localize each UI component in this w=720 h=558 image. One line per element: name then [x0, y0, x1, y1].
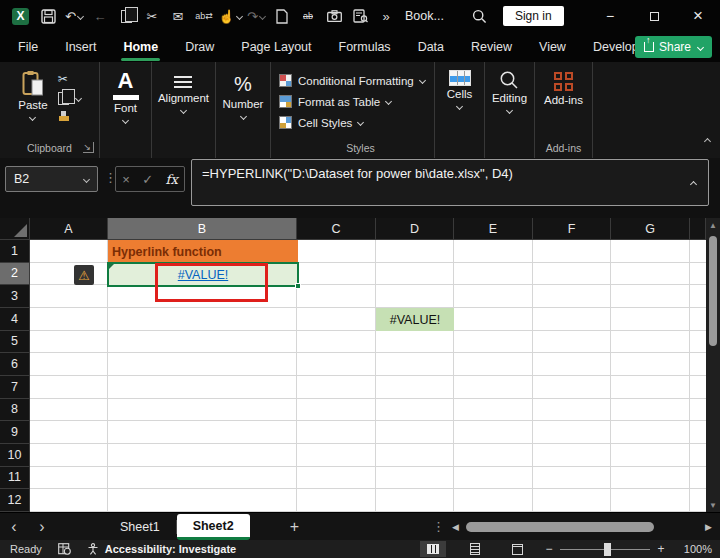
menu-tab-review[interactable]: Review [469, 35, 514, 59]
font-button[interactable]: A Font [113, 70, 139, 123]
cell-D4[interactable]: #VALUE! [376, 308, 454, 331]
row-header-6[interactable]: 6 [0, 353, 30, 376]
camera-icon[interactable] [321, 3, 347, 29]
format-painter-button[interactable] [58, 111, 70, 123]
copy-button[interactable] [58, 92, 81, 105]
insert-function-icon[interactable]: fx [166, 172, 178, 187]
strikethrough-icon[interactable]: ab [295, 3, 321, 29]
row-header-10[interactable]: 10 [0, 444, 30, 467]
name-box[interactable]: B2 [5, 166, 98, 192]
collapse-ribbon-icon[interactable] [703, 132, 710, 150]
scroll-down-icon[interactable]: ▼ [709, 498, 717, 512]
column-header-E[interactable]: E [454, 218, 533, 240]
save-icon[interactable] [35, 3, 61, 29]
zoom-in-icon[interactable]: + [652, 542, 670, 556]
find-replace-icon[interactable]: ab⇄ [191, 3, 217, 29]
format-as-table-button[interactable]: Format as Table [279, 91, 391, 112]
zoom-slider-thumb[interactable] [604, 543, 611, 556]
column-header-G[interactable]: G [611, 218, 690, 240]
conditional-formatting-button[interactable]: Conditional Formatting [279, 70, 425, 91]
accessibility-icon[interactable] [87, 543, 99, 555]
excel-logo-icon[interactable]: X [12, 8, 29, 25]
error-warning-icon[interactable]: ⚠ [74, 265, 94, 285]
menu-tab-data[interactable]: Data [416, 35, 446, 59]
column-header-A[interactable]: A [30, 218, 108, 240]
row-header-11[interactable]: 11 [0, 467, 30, 490]
cell-styles-button[interactable]: Cell Styles [279, 112, 363, 133]
minimize-button[interactable]: − [588, 0, 632, 32]
email-icon[interactable]: ✉ [165, 3, 191, 29]
menu-tab-home[interactable]: Home [121, 35, 160, 59]
menu-tab-file[interactable]: File [16, 35, 40, 59]
paste-button[interactable]: Paste [18, 70, 47, 123]
horizontal-scroll-thumb[interactable] [466, 522, 654, 532]
maximize-button[interactable] [632, 0, 676, 32]
column-header-C[interactable]: C [297, 218, 376, 240]
scroll-left-icon[interactable]: ◀ [452, 522, 466, 532]
editing-button[interactable]: Editing [492, 70, 527, 113]
row-header-12[interactable]: 12 [0, 489, 30, 512]
row-header-7[interactable]: 7 [0, 376, 30, 399]
addins-button[interactable]: Add-ins [544, 70, 583, 106]
column-header-B[interactable]: B [108, 218, 297, 240]
macro-record-icon[interactable] [58, 543, 71, 555]
prev-sheet-icon[interactable]: ‹ [0, 518, 28, 536]
zoom-slider[interactable] [560, 549, 650, 550]
row-header-1[interactable]: 1 [0, 240, 30, 263]
menu-tab-formulas[interactable]: Formulas [337, 35, 393, 59]
horizontal-scrollbar[interactable]: ◀ ▶ [452, 519, 712, 535]
zoom-level[interactable]: 100% [674, 543, 712, 555]
expand-formula-bar-icon[interactable] [689, 176, 696, 191]
new-sheet-icon[interactable]: + [290, 518, 299, 536]
normal-view-icon[interactable] [420, 541, 446, 557]
sign-in-button[interactable]: Sign in [503, 6, 564, 26]
row-header-5[interactable]: 5 [0, 331, 30, 354]
cells-button[interactable]: Cells [447, 70, 473, 109]
undo-icon[interactable]: ↶ [61, 3, 87, 29]
vertical-scroll-thumb[interactable] [709, 236, 717, 346]
lookup-book-icon[interactable] [347, 3, 373, 29]
menu-tab-insert[interactable]: Insert [63, 35, 98, 59]
close-button[interactable]: × [676, 0, 720, 32]
menu-tab-draw[interactable]: Draw [183, 35, 216, 59]
touch-mode-icon[interactable]: ☝ [217, 3, 243, 29]
cut-button[interactable]: ✂ [58, 72, 68, 86]
alignment-button[interactable]: Alignment [158, 70, 209, 113]
cell-B1[interactable]: Hyperlink function [108, 240, 298, 263]
search-icon[interactable] [472, 9, 487, 24]
sheet-options-icon[interactable]: ⋮ [432, 519, 445, 534]
format-painter-icon [58, 111, 70, 123]
row-header-4[interactable]: 4 [0, 308, 30, 331]
more-commands-icon[interactable]: » [373, 3, 399, 29]
cancel-icon[interactable]: × [122, 172, 130, 187]
share-button[interactable]: Share [635, 36, 712, 58]
enter-icon[interactable]: ✓ [142, 172, 153, 187]
page-layout-view-icon[interactable] [462, 541, 488, 557]
scroll-right-icon[interactable]: ▶ [698, 522, 712, 532]
formula-input[interactable]: =HYPERLINK("D:\Dataset for power bi\date… [191, 159, 709, 206]
row-header-3[interactable]: 3 [0, 285, 30, 308]
scroll-up-icon[interactable]: ▲ [709, 218, 717, 232]
copy-icon[interactable] [113, 3, 139, 29]
menu-tab-page-layout[interactable]: Page Layout [239, 35, 313, 59]
column-header-F[interactable]: F [533, 218, 611, 240]
next-sheet-icon[interactable]: › [28, 518, 56, 536]
cells-area[interactable]: Hyperlink function #VALUE! ⚠ #VALUE! [30, 240, 706, 512]
select-all-corner[interactable] [0, 218, 30, 240]
clipboard-dialog-launcher-icon[interactable]: ↘ [83, 142, 94, 153]
vertical-scrollbar[interactable]: ▲ ▼ [706, 218, 720, 512]
row-header-8[interactable]: 8 [0, 399, 30, 422]
sheet-tab-sheet1[interactable]: Sheet1 [104, 513, 176, 541]
cut-icon[interactable]: ✂ [139, 3, 165, 29]
row-header-2[interactable]: 2 [0, 263, 30, 286]
back-arrow-icon: ← [87, 3, 113, 29]
menu-tab-view[interactable]: View [537, 35, 568, 59]
accessibility-status[interactable]: Accessibility: Investigate [105, 543, 236, 555]
zoom-out-icon[interactable]: − [540, 542, 558, 556]
row-header-9[interactable]: 9 [0, 421, 30, 444]
new-document-icon[interactable] [269, 3, 295, 29]
column-header-D[interactable]: D [376, 218, 454, 240]
sheet-tab-sheet2[interactable]: Sheet2 [177, 514, 250, 540]
page-break-view-icon[interactable] [504, 541, 530, 557]
number-button[interactable]: % Number [223, 70, 264, 119]
